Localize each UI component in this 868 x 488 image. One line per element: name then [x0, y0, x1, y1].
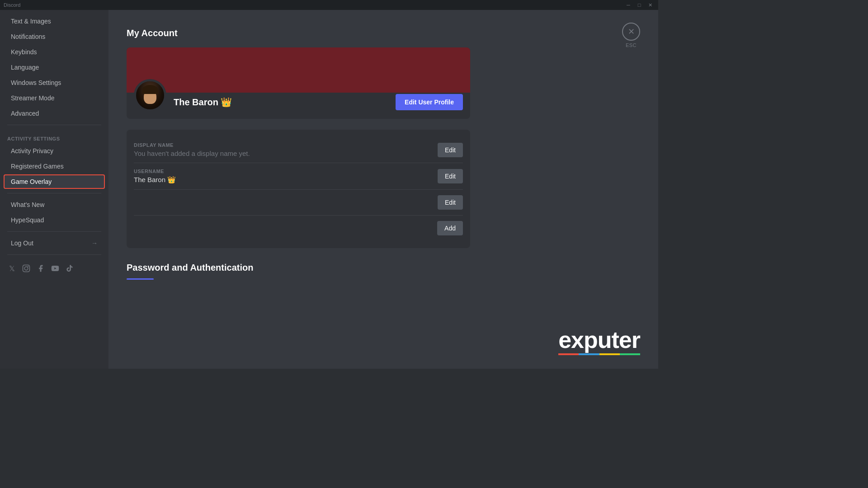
password-section-title: Password and Authentication [127, 263, 640, 273]
twitter-icon[interactable]: 𝕏 [7, 264, 16, 273]
svg-point-2 [28, 266, 28, 267]
sidebar-divider-1 [7, 125, 101, 125]
wbar-green [620, 353, 640, 355]
watermark-text: exputer [558, 328, 640, 352]
tiktok-icon[interactable] [65, 264, 74, 273]
avatar-portrait [136, 81, 164, 109]
password-section: Password and Authentication [127, 263, 640, 280]
sidebar-item-hypesquad[interactable]: HypeSquad [4, 213, 105, 227]
close-icon: ✕ [628, 27, 635, 37]
sidebar-item-game-overlay[interactable]: Game Overlay [4, 174, 105, 189]
profile-card: The Baron 👑 Edit User Profile [127, 47, 470, 119]
add-button[interactable]: Add [437, 221, 463, 235]
maximize-button[interactable]: □ [635, 2, 644, 8]
display-name-value: You haven't added a display name yet. [134, 150, 250, 157]
watermark: exputer [558, 328, 640, 355]
extra-field-row-2: Add [134, 216, 463, 241]
fields-card: DISPLAY NAME You haven't added a display… [127, 130, 470, 248]
sidebar-item-advanced[interactable]: Advanced [4, 106, 105, 121]
sidebar-item-activity-privacy[interactable]: Activity Privacy [4, 144, 105, 158]
display-name-left: DISPLAY NAME You haven't added a display… [134, 142, 250, 157]
sidebar-divider-3 [7, 231, 101, 232]
minimize-button[interactable]: ─ [624, 2, 633, 8]
username-field-row: USERNAME The Baron 👑 Edit [134, 163, 463, 190]
window-controls: ─ □ ✕ [624, 2, 655, 8]
svg-point-1 [24, 267, 28, 270]
page-title: My Account [127, 28, 640, 38]
edit-user-profile-button[interactable]: Edit User Profile [396, 94, 463, 110]
sidebar-item-notifications[interactable]: Notifications [4, 29, 105, 44]
extra-field-row-1: Edit [134, 190, 463, 216]
profile-info-row: The Baron 👑 Edit User Profile [127, 79, 470, 119]
social-icons: 𝕏 [0, 260, 108, 277]
display-name-field-row: DISPLAY NAME You haven't added a display… [134, 137, 463, 163]
sidebar-item-streamer-mode[interactable]: Streamer Mode [4, 91, 105, 105]
sidebar-item-windows-settings[interactable]: Windows Settings [4, 75, 105, 90]
username-edit-button[interactable]: Edit [438, 169, 463, 183]
sidebar-divider-2 [7, 193, 101, 193]
esc-button[interactable]: ✕ ESC [622, 23, 640, 48]
youtube-icon[interactable] [51, 264, 60, 273]
username-value: The Baron 👑 [134, 176, 176, 184]
extra-edit-button-1[interactable]: Edit [438, 195, 463, 210]
sidebar-item-text-images[interactable]: Text & Images [4, 14, 105, 28]
section-bar [127, 278, 154, 280]
facebook-icon[interactable] [36, 264, 45, 273]
instagram-icon[interactable] [22, 264, 31, 273]
esc-circle[interactable]: ✕ [622, 23, 640, 41]
watermark-bar [558, 353, 640, 355]
main-content: ✕ ESC My Account The Baron 👑 Edit User P… [108, 10, 658, 369]
activity-section-label: Activity Settings [0, 129, 108, 143]
avatar [134, 79, 166, 112]
sidebar-divider-4 [7, 254, 101, 255]
wbar-yellow [599, 353, 620, 355]
sidebar-item-keybinds[interactable]: Keybinds [4, 45, 105, 59]
logout-button[interactable]: Log Out → [4, 236, 105, 250]
close-button[interactable]: ✕ [646, 2, 655, 8]
username-left: USERNAME The Baron 👑 [134, 169, 176, 184]
sidebar: Text & Images Notifications Keybinds Lan… [0, 10, 108, 369]
app-body: Text & Images Notifications Keybinds Lan… [0, 10, 658, 369]
username-label: USERNAME [134, 169, 176, 174]
wbar-red [558, 353, 579, 355]
wbar-blue [579, 353, 599, 355]
logout-icon: → [91, 239, 98, 247]
esc-label: ESC [626, 42, 637, 48]
sidebar-item-whats-new[interactable]: What's New [4, 197, 105, 212]
display-name-edit-button[interactable]: Edit [438, 143, 463, 157]
app-title: Discord [4, 2, 20, 8]
titlebar: Discord ─ □ ✕ [0, 0, 658, 10]
sidebar-item-language[interactable]: Language [4, 60, 105, 75]
sidebar-item-registered-games[interactable]: Registered Games [4, 159, 105, 174]
svg-rect-0 [23, 265, 30, 272]
profile-username: The Baron 👑 [174, 97, 232, 108]
profile-left: The Baron 👑 [134, 79, 232, 112]
display-name-label: DISPLAY NAME [134, 142, 250, 148]
